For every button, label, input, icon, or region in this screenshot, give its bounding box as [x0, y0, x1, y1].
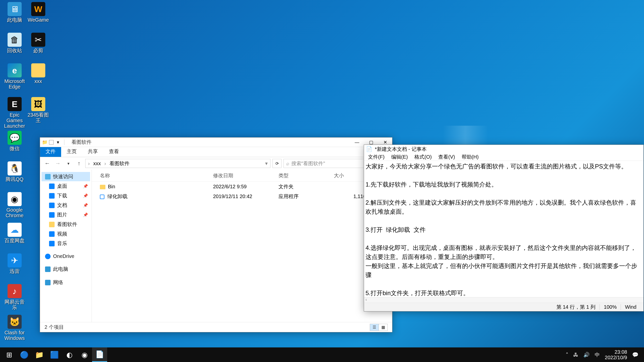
desktop-icon-recycle[interactable]: 🗑回收站 — [4, 33, 26, 53]
col-type[interactable]: 类型 — [278, 172, 334, 179]
desktop-icon-xunlei[interactable]: ✈迅雷 — [4, 253, 26, 274]
horizontal-scrollbar[interactable]: ‹ — [364, 297, 643, 303]
desktop-icon-qq[interactable]: 🐧腾讯QQ — [4, 161, 26, 182]
desktop-icon-edge[interactable]: eMicrosoft Edge — [4, 63, 26, 89]
desktop-icon-wechat[interactable]: 💬微信 — [4, 131, 26, 151]
menu-edit[interactable]: 编辑(E) — [388, 153, 411, 161]
forward-button[interactable]: → — [54, 159, 62, 168]
chrome-icon: ◉ — [8, 192, 22, 206]
nav-pictures[interactable]: 图片📌 — [42, 210, 90, 219]
qat-dropdown-icon[interactable]: ▾ — [55, 140, 61, 145]
nav-label: 看图软件 — [57, 221, 77, 228]
start-button[interactable]: ⊞ — [2, 347, 17, 362]
clock[interactable]: 23:08 2022/10/9 — [605, 349, 627, 360]
icon-label: 回收站 — [4, 48, 26, 53]
taskbar-notepad[interactable]: 📄 — [92, 347, 107, 362]
breadcrumb-seg[interactable]: xxx — [92, 161, 102, 166]
menu-format[interactable]: 格式(O) — [411, 153, 435, 161]
properties-icon[interactable] — [49, 140, 54, 145]
file-type: 应用程序 — [278, 193, 334, 200]
nav-network[interactable]: 网络 — [42, 278, 90, 287]
nav-documents[interactable]: 文档📌 — [42, 201, 90, 210]
taskbar-chrome[interactable]: ◉ — [77, 347, 92, 362]
folder-icon — [100, 185, 105, 189]
icon-label: 腾讯QQ — [4, 176, 26, 182]
minimize-button[interactable]: ― — [350, 138, 364, 147]
nav-videos[interactable]: 视频 — [42, 229, 90, 239]
chevron-down-icon[interactable]: ▾ — [265, 160, 268, 166]
desktop-icon-folder-xxx[interactable]: xxx — [27, 63, 49, 84]
exe-icon — [100, 195, 104, 199]
tray-volume-icon[interactable]: 🔊 — [583, 352, 590, 358]
nav-label: 音乐 — [57, 240, 67, 247]
tray-network-icon[interactable]: 🖧 — [573, 352, 578, 358]
pc-icon — [45, 266, 51, 272]
notification-icon[interactable]: 💬 — [632, 352, 638, 358]
taskbar-explorer[interactable]: 📁 — [32, 347, 47, 362]
desktop-icon-baidu[interactable]: ☁百度网盘 — [4, 223, 26, 243]
file-date: 2022/6/12 9:59 — [213, 184, 278, 190]
nav-downloads[interactable]: 下载📌 — [42, 191, 90, 200]
column-headers[interactable]: 名称 修改日期 类型 大小 — [92, 170, 392, 182]
status-bar: 2 个项目 ☰ ▦ — [40, 322, 392, 332]
nav-label: 此电脑 — [53, 266, 68, 273]
view-details-button[interactable]: ☰ — [370, 324, 379, 331]
desktop-icon-chrome[interactable]: ◉Google Chrome — [4, 192, 26, 218]
taskbar-edge[interactable]: 🔵 — [17, 347, 32, 362]
tray-ime[interactable]: 中 — [595, 351, 600, 358]
nav-label: 视频 — [57, 231, 67, 237]
history-dropdown[interactable]: ▾ — [64, 159, 73, 168]
desktop-icon-netease[interactable]: ♪网易云音乐 — [4, 284, 26, 310]
chevron-right-icon: › — [104, 161, 106, 166]
nav-music[interactable]: 音乐 — [42, 239, 90, 248]
file-name: Bin — [108, 184, 115, 189]
taskbar-feishu[interactable]: 🟦 — [47, 347, 62, 362]
desktop-icon-bijian[interactable]: ✂必剪 — [27, 33, 49, 53]
col-date[interactable]: 修改日期 — [213, 172, 278, 179]
tab-share[interactable]: 共享 — [82, 146, 103, 157]
tab-view[interactable]: 查看 — [103, 146, 125, 157]
tray-chevron-icon[interactable]: ˄ — [566, 352, 568, 358]
pin-icon: 📌 — [83, 184, 88, 189]
text-area[interactable]: 大家好，今天给大家分享一个绿色无广告的看图软件，可以查看主流的图片格式，以及PS… — [364, 161, 643, 297]
nav-label: OneDrive — [53, 253, 74, 259]
col-name[interactable]: 名称 — [100, 172, 213, 179]
breadcrumb-seg[interactable]: 看图软件 — [108, 160, 131, 167]
pin-icon: 📌 — [83, 212, 88, 217]
menu-file[interactable]: 文件(F) — [365, 153, 388, 161]
notepad-titlebar[interactable]: 📄 *新建文本文档 - 记事本 — [364, 145, 643, 153]
folder-icon — [49, 222, 55, 227]
list-item[interactable]: 绿化卸载 2019/12/11 20:42 应用程序 1,116 KB — [92, 192, 392, 201]
up-button[interactable]: ↑ — [75, 159, 83, 168]
tab-file[interactable]: 文件 — [40, 146, 61, 157]
star-icon — [45, 174, 51, 179]
desktop-icon-2345[interactable]: 🖼2345看图王 — [27, 97, 49, 123]
view-tiles-button[interactable]: ▦ — [379, 324, 388, 331]
taskbar-steam[interactable]: ◐ — [62, 347, 77, 362]
editor-icon: ✂ — [31, 33, 45, 47]
quick-access-toolbar: 📁 ▾ — [42, 140, 66, 145]
nav-quick-access[interactable]: 快速访问 — [42, 172, 90, 181]
nav-onedrive[interactable]: OneDrive — [42, 252, 90, 260]
desktop-icon — [49, 184, 55, 189]
menu-help[interactable]: 帮助(H) — [459, 153, 482, 161]
nav-desktop[interactable]: 桌面📌 — [42, 182, 90, 191]
qq-icon: 🐧 — [8, 161, 22, 175]
list-item[interactable]: Bin 2022/6/12 9:59 文件夹 — [92, 182, 392, 192]
nav-folder-current[interactable]: 看图软件 — [42, 220, 90, 229]
breadcrumb[interactable]: › xxx › 看图软件 ▾ — [85, 159, 270, 168]
notepad-window: 📄 *新建文本文档 - 记事本 文件(F) 编辑(E) 格式(O) 查看(V) … — [364, 145, 644, 311]
tab-home[interactable]: 主页 — [61, 146, 82, 157]
menu-view[interactable]: 查看(V) — [435, 153, 458, 161]
icon-label: 此电脑 — [4, 17, 26, 23]
refresh-button[interactable]: ⟳ — [272, 159, 281, 168]
nav-this-pc[interactable]: 此电脑 — [42, 264, 90, 274]
explorer-titlebar[interactable]: 📁 ▾ 看图软件 ― ▢ ✕ — [40, 138, 392, 147]
desktop-icon-wegame[interactable]: WWeGame — [27, 2, 49, 23]
desktop-icon-this-pc[interactable]: 🖥此电脑 — [4, 2, 26, 23]
taskbar: ⊞ 🔵 📁 🟦 ◐ ◉ 📄 ˄ 🖧 🔊 中 23:08 2022/10/9 💬 — [0, 347, 644, 362]
desktop-icon-clash[interactable]: 🐱Clash for Windows — [4, 315, 26, 341]
file-list: 名称 修改日期 类型 大小 Bin 2022/6/12 9:59 文件夹 绿化卸… — [92, 170, 392, 322]
back-button[interactable]: ← — [43, 159, 52, 168]
desktop-icon-epic[interactable]: EEpic Games Launcher — [4, 97, 26, 129]
